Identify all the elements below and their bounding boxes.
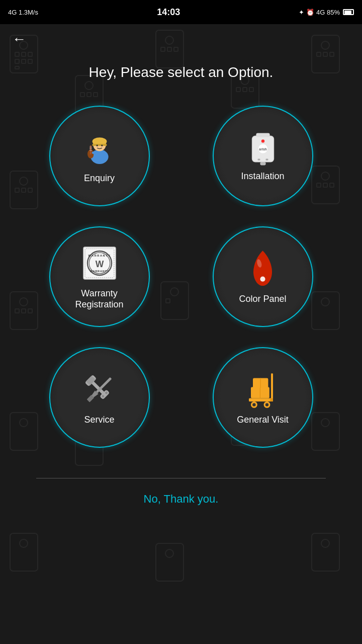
battery-indicator: ✦ ⏰ (299, 9, 314, 16)
enquiry-option[interactable]: Enquiry (25, 106, 173, 206)
options-grid: Enquiry arish (25, 106, 337, 448)
svg-point-106 (265, 403, 268, 406)
svg-text:WARRANTY: WARRANTY (89, 270, 109, 273)
svg-rect-66 (92, 144, 107, 146)
svg-rect-101 (271, 373, 273, 401)
svg-rect-59 (156, 543, 184, 581)
general-visit-option[interactable]: General Visit (189, 347, 337, 448)
back-arrow-icon: ← (12, 31, 26, 47)
svg-point-58 (20, 539, 28, 547)
warranty-label: Warranty Registration (60, 288, 139, 310)
svg-rect-82 (265, 159, 268, 160)
svg-rect-111 (270, 398, 273, 401)
service-label: Service (84, 415, 114, 426)
warranty-circle[interactable]: WARRANTY W WARRANTY Warranty Registratio… (49, 226, 150, 327)
installation-icon: arish (245, 130, 281, 166)
status-bar: 4G 1.3M/s 14:03 ✦ ⏰ 4G 85% (0, 0, 362, 24)
network-indicator: 4G 1.3M/s (8, 9, 38, 16)
svg-rect-98 (96, 377, 112, 393)
svg-point-79 (261, 139, 264, 142)
svg-rect-57 (10, 533, 38, 571)
svg-point-67 (96, 145, 98, 146)
installation-label: Installation (241, 171, 284, 182)
svg-text:WARRANTY: WARRANTY (88, 255, 111, 258)
service-icon (79, 369, 120, 410)
svg-point-68 (101, 145, 103, 146)
main-content: Hey, Please select an Option. (0, 54, 362, 448)
battery-percent: 4G 85% (316, 9, 340, 16)
svg-point-104 (252, 403, 255, 406)
status-time: 14:03 (157, 7, 180, 18)
svg-text:arish: arish (259, 147, 266, 151)
svg-rect-102 (249, 398, 272, 401)
color-panel-option[interactable]: Color Panel (189, 226, 337, 327)
general-visit-circle[interactable]: General Visit (213, 347, 313, 448)
svg-text:W: W (95, 259, 104, 269)
bottom-section: No, Thank you. (0, 478, 362, 521)
enquiry-circle[interactable]: Enquiry (49, 106, 150, 206)
enquiry-icon (79, 128, 120, 168)
general-visit-label: General Visit (237, 415, 289, 426)
warranty-icon: WARRANTY W WARRANTY (79, 243, 120, 283)
enquiry-label: Enquiry (84, 173, 115, 184)
no-thanks-button[interactable]: No, Thank you. (0, 478, 362, 521)
svg-rect-76 (256, 133, 269, 137)
svg-rect-80 (260, 162, 265, 165)
svg-rect-61 (312, 533, 339, 571)
installation-circle[interactable]: arish Installation (213, 106, 313, 206)
page-headline: Hey, Please select an Option. (89, 64, 274, 80)
svg-point-62 (321, 539, 329, 547)
svg-rect-81 (257, 159, 260, 160)
general-visit-icon (243, 369, 283, 410)
svg-point-60 (165, 549, 173, 557)
warranty-option[interactable]: WARRANTY W WARRANTY Warranty Registratio… (25, 226, 173, 327)
service-option[interactable]: Service (25, 347, 173, 448)
service-circle[interactable]: Service (49, 347, 150, 448)
battery-icon (343, 9, 354, 15)
status-right: ✦ ⏰ 4G 85% (299, 9, 354, 16)
color-panel-icon (249, 249, 277, 289)
color-panel-circle[interactable]: Color Panel (213, 226, 313, 327)
color-panel-label: Color Panel (239, 294, 286, 305)
back-button[interactable]: ← (0, 24, 362, 54)
status-left: 4G 1.3M/s (8, 9, 38, 16)
svg-rect-70 (89, 145, 91, 154)
svg-point-91 (260, 277, 265, 282)
installation-option[interactable]: arish Installation (189, 106, 337, 206)
